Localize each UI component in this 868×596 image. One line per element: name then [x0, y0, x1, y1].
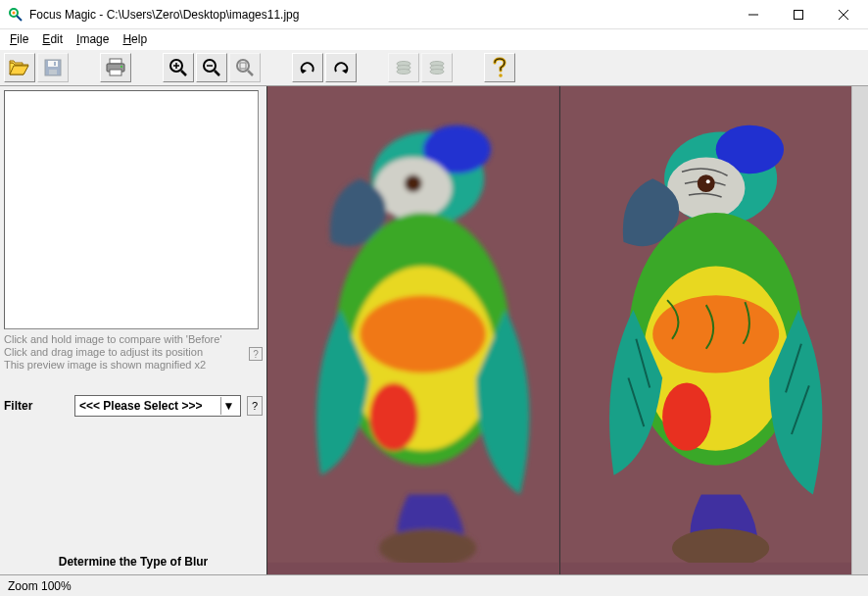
- layers-2-button: [421, 53, 453, 82]
- close-button[interactable]: [821, 0, 866, 28]
- image-comparison: [266, 86, 868, 574]
- svg-line-16: [181, 71, 186, 75]
- svg-point-30: [430, 70, 444, 74]
- svg-point-31: [499, 74, 503, 77]
- layers-1-button: [388, 53, 419, 82]
- menu-image[interactable]: Image: [71, 30, 115, 48]
- undo-button[interactable]: [292, 53, 323, 82]
- svg-line-20: [215, 71, 219, 75]
- menu-help[interactable]: Help: [117, 30, 153, 48]
- svg-point-47: [697, 174, 714, 192]
- svg-rect-24: [240, 63, 246, 69]
- maximize-button[interactable]: [776, 0, 821, 28]
- main-area: Click and hold image to compare with 'Be…: [0, 86, 868, 574]
- preview-hints: Click and hold image to compare with 'Be…: [4, 333, 263, 372]
- svg-point-14: [121, 66, 122, 68]
- svg-point-27: [397, 70, 410, 74]
- svg-point-40: [360, 295, 486, 372]
- filter-label: Filter: [4, 399, 69, 413]
- svg-point-36: [405, 174, 422, 192]
- svg-rect-13: [110, 70, 121, 75]
- hint-line-1: Click and hold image to compare with 'Be…: [4, 333, 245, 346]
- app-icon: [8, 7, 24, 23]
- menu-edit[interactable]: Edit: [36, 30, 69, 48]
- svg-rect-4: [795, 10, 803, 19]
- svg-point-48: [705, 179, 709, 183]
- toolbar: [0, 49, 868, 86]
- minimize-button[interactable]: [731, 0, 776, 28]
- zoom-in-button[interactable]: [163, 53, 194, 82]
- svg-line-1: [17, 16, 22, 21]
- svg-point-53: [662, 382, 711, 450]
- filter-select[interactable]: <<< Please Select >>> ▼: [74, 395, 241, 417]
- zoom-status: Zoom 100%: [8, 579, 72, 593]
- svg-point-52: [652, 295, 779, 372]
- before-image-pane[interactable]: [266, 86, 559, 574]
- menubar: File Edit Image Help: [0, 29, 868, 49]
- hint-line-3: This preview image is shown magnified x2: [4, 359, 245, 372]
- hint-line-2: Click and drag image to adjust its posit…: [4, 346, 245, 359]
- statusbar: Zoom 100%: [0, 574, 868, 596]
- zoom-out-button[interactable]: [196, 53, 227, 82]
- svg-point-2: [13, 11, 16, 14]
- print-button[interactable]: [100, 53, 131, 82]
- determine-blur-label: Determine the Type of Blur: [4, 555, 263, 571]
- save-button: [37, 53, 69, 82]
- titlebar: Focus Magic - C:\Users\Zero\Desktop\imag…: [0, 0, 868, 29]
- preview-box[interactable]: [4, 90, 259, 329]
- after-image-pane[interactable]: [559, 86, 852, 574]
- svg-point-22: [237, 60, 249, 72]
- help-button[interactable]: [484, 53, 515, 82]
- svg-line-23: [248, 71, 253, 75]
- filter-value: <<< Please Select >>>: [79, 399, 202, 413]
- svg-point-41: [369, 382, 418, 450]
- filter-help-button[interactable]: ?: [247, 396, 263, 416]
- sidebar: Click and hold image to compare with 'Be…: [0, 86, 266, 574]
- redo-button[interactable]: [325, 53, 357, 82]
- svg-rect-9: [49, 70, 57, 74]
- hint-help-button[interactable]: ?: [249, 347, 263, 361]
- window-title: Focus Magic - C:\Users\Zero\Desktop\imag…: [29, 8, 731, 22]
- filter-row: Filter <<< Please Select >>> ▼ ?: [4, 395, 263, 417]
- open-button[interactable]: [4, 53, 35, 82]
- dropdown-arrow-icon: ▼: [220, 397, 236, 415]
- svg-rect-8: [48, 61, 58, 67]
- svg-rect-10: [54, 62, 56, 66]
- svg-rect-11: [110, 59, 121, 64]
- menu-file[interactable]: File: [4, 30, 34, 48]
- vertical-scrollbar[interactable]: [851, 86, 868, 574]
- zoom-fit-button: [229, 53, 261, 82]
